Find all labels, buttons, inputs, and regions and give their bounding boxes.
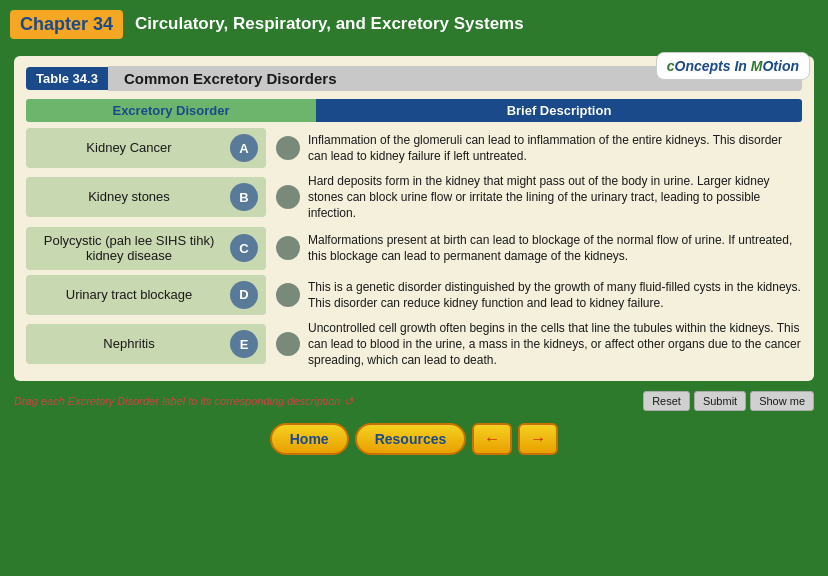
disorder-name: Kidney Cancer <box>34 140 224 156</box>
bottom-bar: Drag each Excretory Disorder label to it… <box>14 387 814 415</box>
letter-badge-d: D <box>230 281 258 309</box>
dot-connector <box>276 236 300 260</box>
header-title: Circulatory, Respiratory, and Excretory … <box>135 14 524 34</box>
disorder-label-urinary-tract[interactable]: Urinary tract blockage D <box>26 275 266 315</box>
col-disorder-header: Excretory Disorder <box>26 99 316 122</box>
description-text: Inflammation of the glomeruli can lead t… <box>308 132 802 164</box>
disorder-name: Polycystic (pah lee SIHS tihk) kidney di… <box>34 233 224 264</box>
dot-connector <box>276 283 300 307</box>
dot-connector <box>276 136 300 160</box>
home-button[interactable]: Home <box>270 423 349 455</box>
description-text: Uncontrolled cell growth often begins in… <box>308 320 802 369</box>
table-row: Kidney Cancer A Inflammation of the glom… <box>26 128 802 168</box>
showme-button[interactable]: Show me <box>750 391 814 411</box>
back-arrow-button[interactable]: ← <box>472 423 512 455</box>
dot-connector <box>276 185 300 209</box>
col-headers: Excretory Disorder Brief Description <box>26 99 802 122</box>
resources-button[interactable]: Resources <box>355 423 467 455</box>
col-description-header: Brief Description <box>316 99 802 122</box>
table-label: Table 34.3 <box>26 67 108 90</box>
main-content: Table 34.3 Common Excretory Disorders Ex… <box>14 56 814 381</box>
disorder-name: Kidney stones <box>34 189 224 205</box>
reset-button[interactable]: Reset <box>643 391 690 411</box>
table-row: Nephritis E Uncontrolled cell growth oft… <box>26 320 802 369</box>
disorder-label-kidney-cancer[interactable]: Kidney Cancer A <box>26 128 266 168</box>
letter-badge-b: B <box>230 183 258 211</box>
drag-instruction: Drag each Excretory Disorder label to it… <box>14 395 643 408</box>
footer-nav: Home Resources ← → <box>0 415 828 461</box>
logo: cOncepts In MOtion <box>656 52 810 80</box>
disorder-name: Nephritis <box>34 336 224 352</box>
table-row: Kidney stones B Hard deposits form in th… <box>26 173 802 222</box>
action-buttons: Reset Submit Show me <box>643 391 814 411</box>
table-row: Urinary tract blockage D This is a genet… <box>26 275 802 315</box>
description-text: Hard deposits form in the kidney that mi… <box>308 173 802 222</box>
forward-arrow-button[interactable]: → <box>518 423 558 455</box>
header: Chapter 34 Circulatory, Respiratory, and… <box>0 0 828 48</box>
description-text: Malformations present at birth can lead … <box>308 232 802 264</box>
dot-connector <box>276 332 300 356</box>
letter-badge-e: E <box>230 330 258 358</box>
letter-badge-a: A <box>230 134 258 162</box>
disorder-name: Urinary tract blockage <box>34 287 224 303</box>
disorder-label-kidney-stones[interactable]: Kidney stones B <box>26 177 266 217</box>
disorder-label-polycystic[interactable]: Polycystic (pah lee SIHS tihk) kidney di… <box>26 227 266 270</box>
letter-badge-c: C <box>230 234 258 262</box>
submit-button[interactable]: Submit <box>694 391 746 411</box>
chapter-badge: Chapter 34 <box>10 10 123 39</box>
table-row: Polycystic (pah lee SIHS tihk) kidney di… <box>26 227 802 270</box>
description-text: This is a genetic disorder distinguished… <box>308 279 802 311</box>
logo-text: cOncepts In MOtion <box>667 58 799 74</box>
disorder-label-nephritis[interactable]: Nephritis E <box>26 324 266 364</box>
